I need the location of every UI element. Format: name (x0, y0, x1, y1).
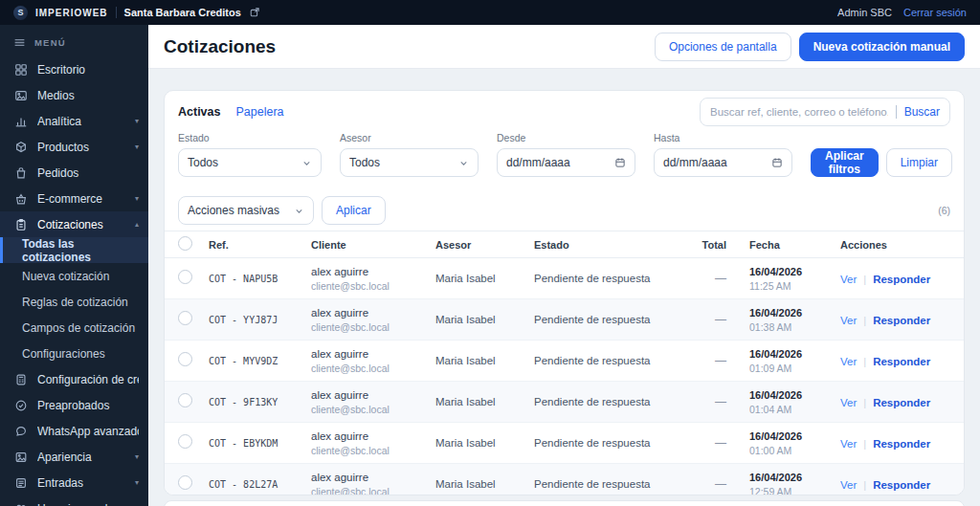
client-email: cliente@sbc.local (311, 321, 420, 333)
imperioweb-logo: S (13, 6, 28, 20)
estado-label: Estado (178, 132, 322, 143)
header-acciones: Acciones (833, 231, 965, 258)
client-email: cliente@sbc.local (311, 445, 420, 456)
quote-time: 01:04 AM (749, 404, 825, 415)
search-button[interactable]: Buscar (904, 105, 940, 119)
quote-time: 01:09 AM (749, 363, 825, 374)
chevron-down-icon: ▾ (135, 143, 139, 151)
tab-activas[interactable]: Activas (178, 105, 220, 119)
status-text: Pendiente de respuesta (526, 341, 689, 382)
client-name: alex aguirre (311, 472, 420, 483)
cube-icon (14, 141, 28, 154)
sidebar-item-entradas[interactable]: Entradas ▾ (0, 470, 148, 495)
action-divider: | (863, 315, 866, 326)
chevron-down-icon (301, 158, 312, 168)
total-value: — (689, 382, 742, 423)
quote-date: 16/04/2026 (749, 266, 825, 277)
client-email: cliente@sbc.local (311, 363, 420, 374)
row-checkbox[interactable] (178, 270, 192, 284)
quote-time: 01:00 AM (749, 445, 825, 456)
select-all-checkbox[interactable] (178, 236, 192, 251)
screen-options-button[interactable]: Opciones de pantalla (655, 33, 791, 61)
sidebar-item-cotizaciones[interactable]: Cotizaciones ▴ (0, 211, 148, 237)
sidebar-item-whatsapp-avanzado[interactable]: WhatsApp avanzado (0, 418, 148, 444)
view-link[interactable]: Ver (840, 356, 857, 367)
client-email: cliente@sbc.local (311, 280, 420, 292)
advisor-name: Maria Isabel (428, 258, 526, 299)
sidebar-item-apariencia[interactable]: Apariencia ▾ (0, 444, 148, 470)
sidebar-subitem-campos-de-cotizacion[interactable]: Campos de cotización (0, 315, 148, 341)
advisor-name: Maria Isabel (428, 382, 526, 423)
sidebar-subitem-reglas-de-cotizacion[interactable]: Reglas de cotización (0, 289, 148, 315)
search-input[interactable] (710, 106, 888, 118)
sidebar-subitem-configuraciones[interactable]: Configuraciones (0, 341, 148, 366)
bulk-actions-row: Acciones masivas Aplicar (6) (165, 190, 964, 231)
sidebar-item-productos[interactable]: Productos ▾ (0, 134, 148, 160)
chevron-down-icon: ▾ (135, 117, 139, 125)
row-checkbox[interactable] (178, 475, 192, 490)
status-text: Pendiente de respuesta (526, 464, 689, 496)
menu-header[interactable]: MENÚ (0, 25, 148, 56)
row-checkbox[interactable] (178, 434, 192, 449)
advisor-name: Maria Isabel (428, 464, 526, 496)
page-title: Cotizaciones (164, 36, 276, 57)
sidebar-subitem-nueva-cotizacion[interactable]: Nueva cotización (0, 263, 148, 289)
sidebar-item-ecommerce[interactable]: E-commerce ▾ (0, 186, 148, 211)
total-value: — (689, 341, 742, 382)
respond-link[interactable]: Responder (873, 397, 930, 408)
view-link[interactable]: Ver (840, 438, 857, 450)
tab-papelera[interactable]: Papelera (235, 105, 283, 119)
bulk-actions-select[interactable]: Acciones masivas (178, 196, 314, 225)
respond-link[interactable]: Responder (873, 479, 930, 491)
asesor-select[interactable]: Todos (340, 148, 479, 177)
external-link-icon[interactable] (249, 7, 260, 18)
sidebar-subitem-todas-las-cotizaciones[interactable]: Todas las cotizaciones (0, 237, 148, 263)
clear-filters-button[interactable]: Limpiar (886, 148, 952, 177)
sidebar-item-usuarios-y-roles[interactable]: Usuarios y roles (0, 495, 148, 506)
action-divider: | (863, 438, 866, 450)
sidebar-item-escritorio[interactable]: Escritorio (0, 56, 148, 82)
sidebar-item-configuracion-de-creditos[interactable]: Configuración de créditos (0, 366, 148, 392)
apply-filters-button[interactable]: Aplicar filtros (811, 148, 879, 177)
view-link[interactable]: Ver (840, 315, 857, 326)
new-quote-button[interactable]: Nueva cotización manual (799, 33, 965, 61)
action-divider: | (863, 274, 866, 285)
respond-link[interactable]: Responder (873, 438, 930, 450)
respond-link[interactable]: Responder (873, 315, 930, 326)
quotes-table: Ref. Cliente Asesor Estado Total Fecha A… (165, 231, 965, 495)
client-name: alex aguirre (311, 430, 420, 442)
hasta-date-input[interactable]: dd/mm/aaaa (654, 148, 792, 177)
row-checkbox[interactable] (178, 311, 192, 325)
sidebar-item-analitica[interactable]: Analítica ▾ (0, 108, 148, 134)
client-name: alex aguirre (311, 266, 420, 277)
search-box: Buscar (700, 98, 950, 126)
site-name[interactable]: Santa Barbara Creditos (124, 7, 241, 18)
sidebar-item-medios[interactable]: Medios (0, 82, 148, 108)
quote-time: 12:59 AM (749, 486, 825, 496)
total-value: — (689, 464, 742, 496)
row-checkbox[interactable] (178, 393, 192, 407)
sidebar-item-preaprobados[interactable]: Preaprobados (0, 392, 148, 418)
quote-ref: COT - MYV9DZ (201, 341, 303, 382)
respond-link[interactable]: Responder (873, 274, 930, 285)
logout-link[interactable]: Cerrar sesión (903, 7, 967, 18)
view-link[interactable]: Ver (840, 479, 857, 491)
bulk-apply-button[interactable]: Aplicar (322, 196, 386, 225)
action-divider: | (863, 397, 866, 408)
calendar-icon[interactable] (771, 157, 783, 168)
sidebar-item-pedidos[interactable]: Pedidos (0, 160, 148, 186)
quote-ref: COT - NAPU5B (201, 258, 303, 299)
respond-link[interactable]: Responder (873, 356, 930, 367)
estado-select[interactable]: Todos (178, 148, 322, 177)
calendar-icon[interactable] (614, 157, 626, 168)
search-divider (896, 105, 897, 119)
filters-row: Estado Todos Asesor Todos Desde (165, 133, 964, 190)
topbar-divider (116, 7, 117, 18)
desde-date-input[interactable]: dd/mm/aaaa (497, 148, 635, 177)
bar-chart-icon (14, 115, 28, 128)
sidebar: MENÚ Escritorio Medios Analítica ▾ Produ… (0, 25, 148, 506)
view-link[interactable]: Ver (840, 397, 857, 408)
view-link[interactable]: Ver (840, 274, 857, 285)
status-text: Pendiente de respuesta (526, 258, 689, 299)
row-checkbox[interactable] (178, 352, 192, 366)
